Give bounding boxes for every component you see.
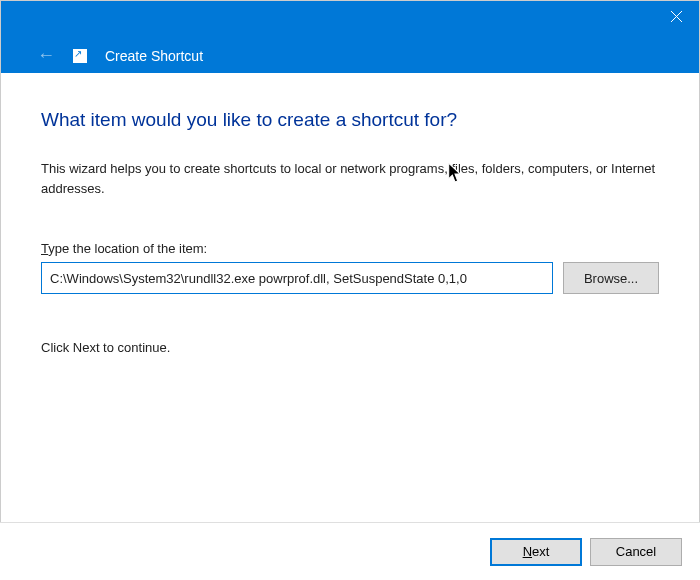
back-arrow-icon: ← bbox=[37, 45, 55, 66]
footer: Next Cancel bbox=[0, 522, 700, 580]
location-input[interactable] bbox=[41, 262, 553, 294]
window-title: Create Shortcut bbox=[105, 48, 203, 64]
page-heading: What item would you like to create a sho… bbox=[41, 109, 659, 131]
wizard-description: This wizard helps you to create shortcut… bbox=[41, 159, 659, 199]
titlebar: ← Create Shortcut bbox=[1, 1, 699, 73]
next-button[interactable]: Next bbox=[490, 538, 582, 566]
close-icon bbox=[671, 11, 682, 22]
shortcut-icon bbox=[73, 49, 87, 63]
location-label: Type the location of the item: bbox=[41, 241, 659, 256]
close-button[interactable] bbox=[654, 1, 699, 31]
browse-button[interactable]: Browse... bbox=[563, 262, 659, 294]
continue-hint: Click Next to continue. bbox=[41, 340, 659, 355]
content-area: What item would you like to create a sho… bbox=[1, 73, 699, 375]
cancel-button[interactable]: Cancel bbox=[590, 538, 682, 566]
